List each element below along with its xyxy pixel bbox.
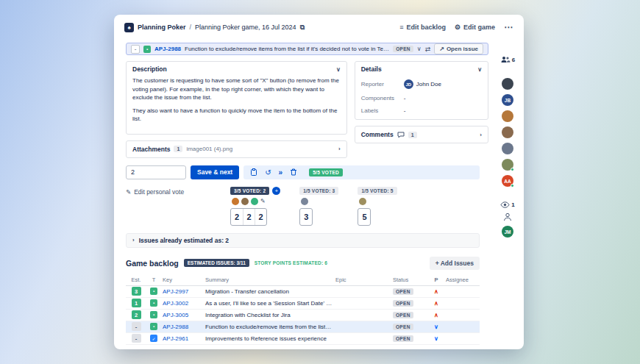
current-user-avatar[interactable]: JM	[502, 226, 513, 238]
open-issue-button[interactable]: ↗ Open issue	[434, 43, 483, 54]
table-row[interactable]: 1▪APJ-3002As a user, I'll like to see a …	[126, 298, 480, 310]
external-link-icon: ↗	[439, 46, 444, 52]
vote-value: 5	[358, 209, 370, 225]
table-row[interactable]: -▪APJ-2988Function to exclude/remove ite…	[126, 321, 480, 333]
voter-avatars	[299, 198, 308, 205]
window-header: ♠ Planning Poker / Planning Poker game, …	[114, 15, 524, 40]
vote-value: 2	[255, 209, 266, 225]
priority-down-icon: ∨	[428, 324, 444, 330]
backlog-header: Game backlog ESTIMATED ISSUES: 3/11 STOR…	[126, 257, 488, 270]
issue-key-link[interactable]: APJ-2988	[154, 46, 181, 52]
details-panel-header[interactable]: Details ∨	[355, 62, 488, 76]
trash-icon[interactable]	[290, 168, 297, 176]
vote-card[interactable]: 5	[358, 208, 371, 226]
vote-card[interactable]: 3	[299, 208, 313, 226]
issue-summary: Integration with Checklist for Jira	[204, 312, 334, 318]
vote-groups: 3/5 VOTED: 2+✎2221/5 VOTED: 331/5 VOTED:…	[230, 187, 397, 226]
issue-key-link[interactable]: APJ-3002	[163, 300, 188, 307]
col-est: Est.	[126, 276, 146, 283]
watchers-counter[interactable]: 1	[500, 201, 514, 208]
estimate-input[interactable]	[126, 165, 186, 179]
labels-row: Labels -	[355, 104, 488, 119]
voter-avatar	[251, 198, 258, 205]
participant-avatar[interactable]: AA	[502, 175, 513, 187]
table-row[interactable]: -✓APJ-2961Improvements to Reference issu…	[126, 333, 480, 345]
undo-icon[interactable]: ↺	[265, 168, 271, 176]
online-indicator	[511, 184, 514, 188]
description-panel: Description ∨ The customer is requesting…	[126, 61, 347, 135]
estimate-placeholder: -	[131, 45, 140, 54]
app-window: ♠ Planning Poker / Planning Poker game, …	[114, 15, 524, 349]
col-priority: P	[428, 276, 444, 283]
edit-vote-icon[interactable]: ✎	[260, 198, 266, 204]
current-issue-banner[interactable]: - ▪ APJ-2988 Function to exclude/remove …	[126, 43, 488, 55]
issue-key-link[interactable]: APJ-2997	[163, 288, 188, 295]
main-content: - ▪ APJ-2988 Function to exclude/remove …	[114, 40, 491, 349]
vote-card[interactable]: 222	[230, 208, 267, 226]
issue-key-link[interactable]: APJ-3005	[163, 312, 188, 318]
vote-toolbar: Save & next ↺ » 5/5 VOTED	[126, 165, 488, 179]
person-icon	[503, 213, 512, 221]
fast-forward-icon[interactable]: »	[279, 168, 283, 176]
table-row[interactable]: 2▪APJ-3005Integration with Checklist for…	[126, 310, 480, 321]
estimate-badge: 1	[132, 299, 141, 307]
edit-backlog-button[interactable]: ≡ Edit backlog	[399, 24, 446, 31]
story-icon: ▪	[150, 311, 157, 318]
comments-panel: Comments 1 ›	[355, 126, 488, 143]
comments-panel-header[interactable]: Comments 1 ›	[355, 126, 488, 143]
vote-actions-strip: ↺ » 5/5 VOTED	[243, 165, 480, 179]
vote-group: 3/5 VOTED: 2+✎222	[230, 187, 280, 226]
breadcrumb-separator: /	[190, 24, 192, 31]
clipboard-icon[interactable]	[250, 168, 257, 176]
gear-icon: ⚙	[455, 24, 461, 31]
attachments-panel-header[interactable]: Attachments 1 image001 (4).png ›	[127, 141, 346, 157]
rail-avatars: JBAA	[502, 78, 513, 187]
voted-count-badge: 5/5 VOTED	[309, 168, 343, 176]
people-icon	[500, 56, 511, 63]
online-indicator	[511, 168, 514, 171]
priority-up-icon: ∧	[428, 300, 444, 307]
backlog-table: Est. T Key Summary Epic Status P Assigne…	[126, 274, 480, 345]
chevron-right-icon: ›	[338, 146, 341, 152]
participant-avatar[interactable]	[502, 78, 513, 90]
description-text: The customer is requesting to have some …	[127, 76, 346, 134]
table-row[interactable]: 3▪APJ-2997Migration - Transfer cancellat…	[126, 286, 480, 298]
participant-avatar[interactable]	[502, 143, 513, 154]
save-next-button[interactable]: Save & next	[191, 165, 239, 179]
chevron-down-icon[interactable]: ∨	[417, 46, 422, 52]
chevron-right-icon: ›	[132, 237, 135, 243]
invite-person[interactable]	[503, 213, 512, 221]
issue-summary: Migration - Transfer cancellation	[204, 288, 334, 295]
edit-game-button[interactable]: ⚙ Edit game	[455, 24, 495, 31]
breadcrumb-app[interactable]: Planning Poker	[138, 24, 186, 31]
priority-up-icon: ∧	[428, 312, 444, 318]
col-summary: Summary	[204, 276, 334, 283]
eye-icon	[500, 201, 510, 208]
participant-avatar[interactable]	[502, 159, 513, 171]
swap-icon[interactable]: ⇄	[425, 46, 431, 53]
attachment-file-name[interactable]: image001 (4).png	[186, 146, 335, 152]
add-issues-button[interactable]: + Add Issues	[430, 257, 480, 270]
voter-avatars	[358, 198, 366, 205]
labels-value: -	[404, 107, 406, 114]
status-badge: OPEN	[393, 312, 413, 318]
issue-key-link[interactable]: APJ-2961	[163, 335, 188, 342]
add-vote-button[interactable]: +	[272, 187, 280, 195]
participant-avatar[interactable]	[502, 126, 513, 138]
col-status: Status	[391, 276, 428, 283]
participant-avatar[interactable]	[502, 110, 513, 122]
players-count: 6	[512, 57, 515, 63]
estimate-badge: 2	[132, 310, 141, 319]
participant-avatar[interactable]: JB	[502, 94, 513, 106]
issue-key-link[interactable]: APJ-2988	[163, 324, 188, 330]
edit-personal-vote-link[interactable]: ✎ Edit personal vote	[126, 188, 230, 196]
breadcrumb-game[interactable]: Planning Poker game, 16 Jul 2024	[195, 24, 296, 31]
backlog-table-body: 3▪APJ-2997Migration - Transfer cancellat…	[126, 286, 480, 345]
story-icon: ▪	[150, 288, 157, 295]
more-menu-button[interactable]: ⋯	[504, 22, 513, 32]
estimated-issues-toggle[interactable]: › Issues already estimated as: 2	[126, 233, 480, 248]
copy-icon[interactable]: ⧉	[300, 24, 305, 32]
vote-value: 3	[300, 209, 312, 225]
description-panel-header[interactable]: Description ∨	[127, 62, 346, 76]
players-counter[interactable]: 6	[500, 56, 515, 63]
